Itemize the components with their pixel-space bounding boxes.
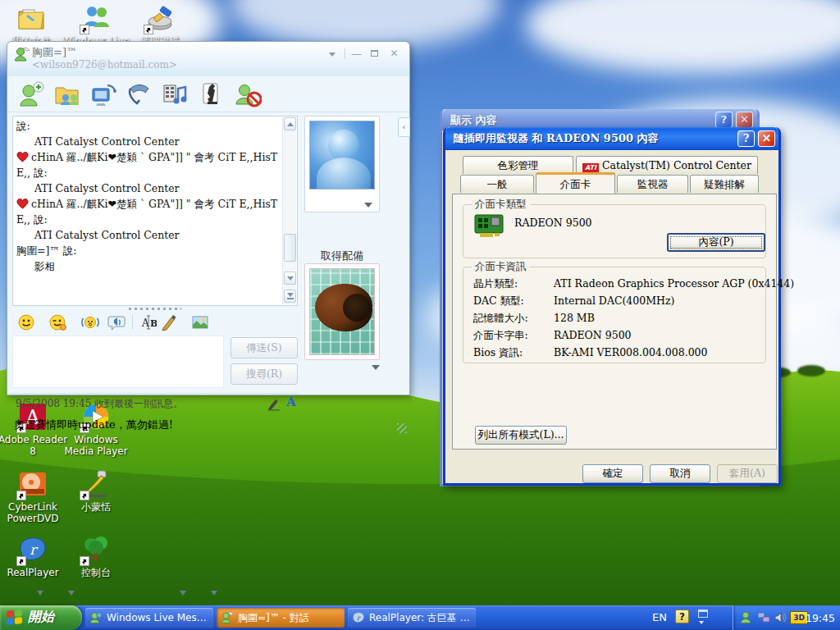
own-display-picture-frame[interactable] xyxy=(304,263,380,360)
info-label: Bios 資訊: xyxy=(473,346,523,360)
scroll-to-latest-button[interactable] xyxy=(284,290,296,303)
list-all-modes-button[interactable]: 列出所有模式(L)... xyxy=(475,426,567,445)
start-label: 開始 xyxy=(28,609,54,626)
shortcut-arrow-icon xyxy=(80,556,89,566)
font-icon[interactable]: AB xyxy=(139,313,157,331)
close-button[interactable]: ✕ xyxy=(387,48,401,60)
messenger-window: 胸圍=]™ <wilson9726@hotmail.com> — ✕ xyxy=(7,41,410,395)
tab-general[interactable]: 一般 xyxy=(460,175,534,193)
font-color-icon[interactable]: A xyxy=(286,395,296,409)
taskbar: 開始 Windows Live Messen... 胸圍=]™ - 對話 r R… xyxy=(0,605,840,630)
maximize-button[interactable] xyxy=(368,48,381,60)
background-icon[interactable] xyxy=(191,313,209,331)
minimize-button[interactable]: — xyxy=(349,48,363,60)
pen-tablet-icon xyxy=(81,469,111,499)
video-call-icon[interactable] xyxy=(89,80,117,108)
send-button[interactable]: 傳送(S) xyxy=(231,337,298,358)
chevron-down-icon[interactable] xyxy=(180,591,186,596)
desktop-icon-penpower[interactable]: 小蒙恬 xyxy=(61,469,131,513)
tab-catalyst-control-center[interactable]: ATICatalyst(TM) Control Center xyxy=(576,156,758,174)
desktop-icon-label: 控制台 xyxy=(61,567,131,578)
chat-sender: 胸圍=]™ 說: xyxy=(16,243,279,258)
adapter-properties-button[interactable]: 內容(P) xyxy=(667,233,765,252)
shared-folder-icon[interactable] xyxy=(53,80,81,108)
apply-button[interactable]: 套用(A) xyxy=(717,464,778,483)
network-tray-icon[interactable] xyxy=(757,611,770,624)
taskbar-item-realplayer[interactable]: r RealPlayer: 古巨基 - ... xyxy=(348,608,476,628)
chevron-down-icon[interactable] xyxy=(68,591,75,596)
desktop-icon-label: CyberLink PowerDVD xyxy=(0,501,68,524)
tab-monitor[interactable]: 監視器 xyxy=(617,175,688,193)
chevron-down-icon[interactable] xyxy=(211,591,217,596)
info-label: 介面卡字串: xyxy=(473,329,528,343)
help-button[interactable]: ? xyxy=(715,112,733,128)
voice-clip-icon[interactable] xyxy=(107,313,126,331)
desktop-icon-label: Adobe Reader 8 xyxy=(0,434,68,457)
adapter-type-group: 介面卡類型 RADEON 9500 內容(P) xyxy=(463,204,766,258)
language-indicator[interactable]: EN xyxy=(652,611,667,623)
messenger-buddy-icon xyxy=(14,46,30,62)
picture-options-chevron-icon[interactable] xyxy=(372,365,380,370)
close-button[interactable]: ✕ xyxy=(736,112,753,128)
my-documents-folder-icon xyxy=(16,3,46,33)
scrollbar-thumb[interactable] xyxy=(284,234,296,262)
desktop-icon-control-panel[interactable]: 控制台 xyxy=(61,535,131,578)
smiley-icon[interactable] xyxy=(17,313,35,331)
dialog-titlebar[interactable]: 隨插即用監視器 和 RADEON 9500 內容 ? ✕ xyxy=(445,127,778,150)
avatar-body-shape xyxy=(317,158,371,189)
disk-cleanup-icon xyxy=(145,3,175,33)
message-input[interactable] xyxy=(12,336,224,388)
tab-color-management[interactable]: 色彩管理 xyxy=(463,156,573,174)
volume-tray-icon[interactable] xyxy=(774,611,787,624)
close-button[interactable]: ✕ xyxy=(758,130,775,147)
divider xyxy=(345,48,345,59)
collapse-panel-button[interactable]: ‹ xyxy=(398,117,410,137)
language-bar-restore-icon[interactable] xyxy=(698,609,708,618)
avatar-options-chevron-icon[interactable] xyxy=(364,203,372,208)
desktop-icon-realplayer[interactable]: r RealPlayer xyxy=(0,535,68,578)
nudge-icon[interactable] xyxy=(81,313,99,331)
scroll-down-button[interactable] xyxy=(284,272,296,285)
chevron-down-icon[interactable] xyxy=(699,621,704,624)
taskbar-item-conversation[interactable]: 胸圍=]™ - 對話 xyxy=(217,608,345,628)
chat-history[interactable]: 說: ATI Catalyst Control Center cHinA 羅..… xyxy=(12,116,298,306)
ime-help-icon[interactable]: ? xyxy=(675,609,689,623)
splitter-handle[interactable] xyxy=(129,308,181,310)
ok-button[interactable]: 確定 xyxy=(582,464,643,483)
help-button[interactable]: ? xyxy=(737,130,755,147)
menu-button[interactable] xyxy=(325,48,339,60)
phone-call-icon[interactable] xyxy=(126,80,153,108)
add-contact-icon[interactable] xyxy=(17,80,45,108)
messenger-tray-icon[interactable] xyxy=(739,611,752,624)
taskbar-item-messenger[interactable]: Windows Live Messen... xyxy=(85,608,213,628)
wink-emoticon-icon[interactable] xyxy=(48,313,66,331)
media-icon[interactable] xyxy=(162,80,189,108)
info-label: DAC 類型: xyxy=(473,294,524,308)
chat-message: 說: ATI Catalyst Control Center xyxy=(16,118,279,149)
chat-scrollbar[interactable] xyxy=(282,117,296,304)
bush xyxy=(797,365,825,377)
tab-adapter[interactable]: 介面卡 xyxy=(536,172,615,194)
desktop-icon-powerdvd[interactable]: CyberLink PowerDVD xyxy=(0,469,68,524)
chat-body: 影相 xyxy=(16,258,279,274)
block-icon[interactable] xyxy=(234,80,262,108)
arrow-up-icon xyxy=(287,122,294,126)
get-gear-label[interactable]: 取得配備 xyxy=(299,249,385,263)
games-icon[interactable] xyxy=(198,80,226,108)
graphics-card-icon xyxy=(473,213,506,240)
tab-troubleshoot[interactable]: 疑難排解 xyxy=(690,175,759,193)
taskbar-item-label: 胸圍=]™ - 對話 xyxy=(238,608,341,628)
messenger-buddy-icon xyxy=(221,611,234,624)
handwriting-icon[interactable] xyxy=(160,313,178,331)
taskbar-clock[interactable]: 19:45 xyxy=(806,612,835,624)
chevron-down-icon[interactable] xyxy=(37,591,43,596)
scroll-up-button[interactable] xyxy=(284,117,296,130)
messenger-titlebar[interactable]: 胸圍=]™ <wilson9726@hotmail.com> — ✕ xyxy=(7,42,409,76)
resize-grip[interactable] xyxy=(397,423,407,433)
contact-display-picture-frame[interactable] xyxy=(304,116,380,212)
messenger-ad-bar[interactable]: 奧運賽情即時update，萬勿錯過! xyxy=(7,413,409,436)
search-button[interactable]: 搜尋(R) xyxy=(231,363,298,385)
cancel-button[interactable]: 取消 xyxy=(650,464,710,483)
start-button[interactable]: 開始 xyxy=(0,605,82,630)
handwriting-toggle-icon[interactable] xyxy=(267,396,281,411)
